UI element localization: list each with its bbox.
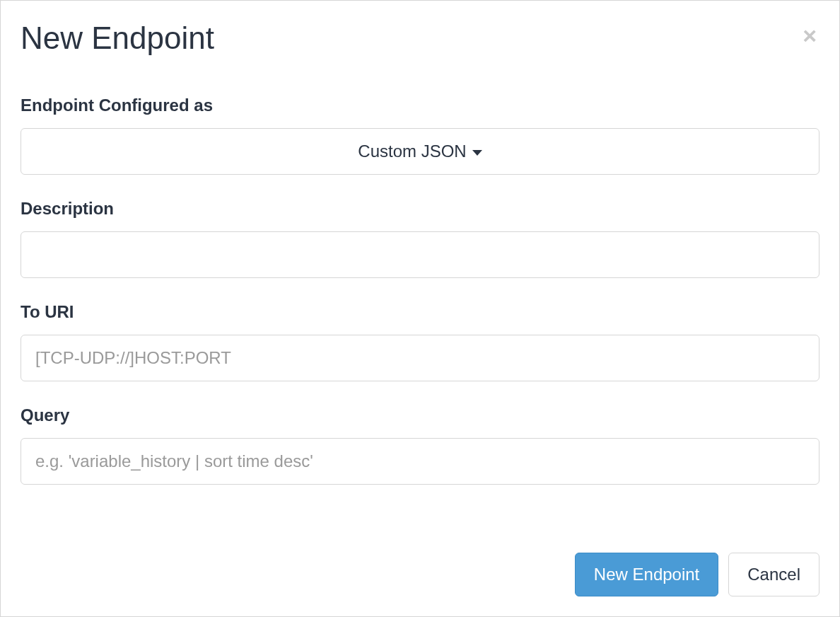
to-uri-label: To URI xyxy=(21,302,819,322)
new-endpoint-button[interactable]: New Endpoint xyxy=(575,553,718,596)
query-input[interactable] xyxy=(21,438,819,485)
form-group-query: Query xyxy=(21,405,819,485)
new-endpoint-modal: × New Endpoint Endpoint Configured as Cu… xyxy=(0,0,840,617)
configured-as-dropdown[interactable]: Custom JSON xyxy=(21,128,819,175)
caret-down-icon xyxy=(472,150,482,156)
form-group-configured-as: Endpoint Configured as Custom JSON xyxy=(21,96,819,175)
configured-as-selected: Custom JSON xyxy=(358,142,466,161)
query-label: Query xyxy=(21,405,819,425)
form-group-to-uri: To URI xyxy=(21,302,819,381)
to-uri-input[interactable] xyxy=(21,335,819,381)
description-label: Description xyxy=(21,199,819,219)
modal-title: New Endpoint xyxy=(21,21,819,56)
configured-as-label: Endpoint Configured as xyxy=(21,96,819,115)
form-group-description: Description xyxy=(21,199,819,278)
modal-footer: New Endpoint Cancel xyxy=(575,553,819,596)
cancel-button[interactable]: Cancel xyxy=(728,553,819,596)
close-button[interactable]: × xyxy=(803,23,817,47)
description-input[interactable] xyxy=(21,231,819,278)
